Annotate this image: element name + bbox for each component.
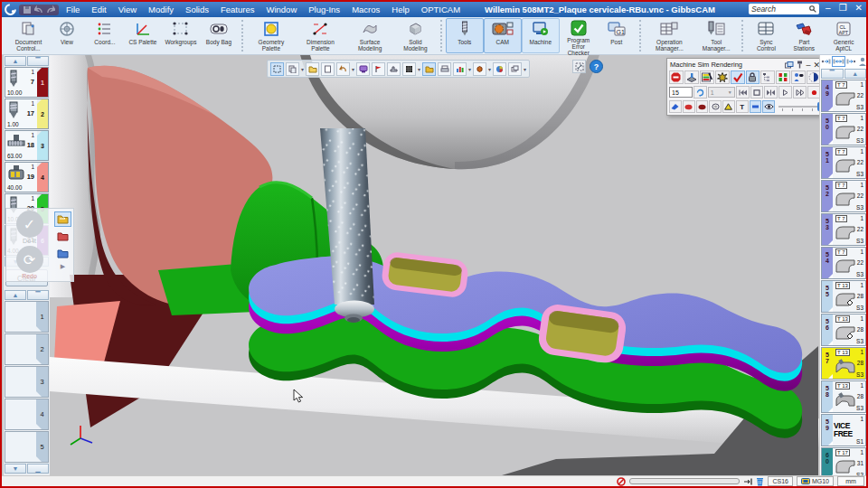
tool-manager-button[interactable]: Tool Manager...	[694, 18, 738, 53]
operation-number-tab[interactable]: 57	[822, 348, 833, 379]
menu-features[interactable]: Features	[221, 5, 255, 14]
to-end-icon[interactable]	[764, 86, 778, 99]
surface-modeling-button[interactable]: Surface Modeling	[345, 18, 394, 53]
operation-manager-button[interactable]: Operation Manager...	[645, 18, 694, 53]
operation-tile[interactable]: 55 T 13 1 28 S3	[821, 280, 866, 313]
close-button[interactable]: ✕	[855, 3, 863, 13]
triangle-icon[interactable]	[722, 100, 735, 113]
workgroup-tab[interactable]: 4	[37, 163, 48, 192]
save-icon[interactable]	[23, 5, 32, 14]
dropdown-caret[interactable]: ▾	[301, 66, 304, 72]
burr-icon[interactable]	[715, 70, 730, 84]
restore-button[interactable]: ❐	[839, 3, 847, 13]
operation-number-tab[interactable]: 56	[822, 314, 833, 345]
clamp-icon[interactable]	[387, 62, 401, 76]
print-icon[interactable]	[438, 62, 451, 76]
pin-marker-icon[interactable]	[743, 478, 752, 485]
open-icon[interactable]	[306, 62, 319, 76]
axis-toggle-icon[interactable]	[750, 100, 762, 113]
operation-number-tab[interactable]: 49	[822, 80, 833, 111]
pie-icon[interactable]	[493, 62, 506, 76]
menu-help[interactable]: Help	[392, 5, 410, 14]
operation-number-tab[interactable]: 50	[822, 114, 833, 145]
flag-icon[interactable]	[372, 62, 385, 76]
mg-indicator[interactable]: MG10	[797, 476, 834, 486]
menu-modify[interactable]: Modify	[148, 5, 174, 14]
workgroup-number-tab[interactable]: 2	[36, 334, 48, 364]
sync-control-button[interactable]: Sync Control	[747, 18, 785, 53]
dropdown-caret[interactable]: ▾	[488, 66, 491, 72]
part-stations-button[interactable]: Part Stations	[785, 18, 823, 53]
tool-part-icon[interactable]	[684, 70, 699, 84]
operation-tile[interactable]: 49 T 7 1 22 S3	[821, 80, 866, 112]
workgroup-tile[interactable]: 4	[5, 399, 49, 430]
post-button[interactable]: G1 Post	[598, 18, 636, 53]
operation-number-tab[interactable]: 51	[822, 147, 833, 178]
play-icon[interactable]	[778, 86, 792, 99]
operation-tile[interactable]: 51 T 7 1 22 S3	[821, 146, 866, 179]
menu-opticam[interactable]: OPTICAM	[421, 5, 460, 14]
undo-icon[interactable]	[34, 5, 43, 14]
sim-progress-slider[interactable]	[778, 101, 821, 112]
workgroup-tile[interactable]: 2	[5, 333, 49, 365]
fast-forward-icon[interactable]	[793, 86, 807, 99]
operation-tile[interactable]: 50 T 7 1 22 S3	[821, 113, 866, 145]
new-doc-icon[interactable]	[321, 62, 335, 76]
workgroup-number-tab[interactable]: 4	[36, 399, 48, 429]
redo-button[interactable]: ⟳	[16, 246, 43, 273]
sim-speed-input[interactable]: 15	[669, 87, 693, 98]
monitor-icon[interactable]	[356, 62, 370, 76]
menu-solids[interactable]: Solids	[185, 5, 209, 14]
solid-modeling-button[interactable]: Solid Modeling	[394, 18, 437, 53]
cam-button[interactable]: CAM	[484, 18, 522, 53]
dropdown-caret[interactable]: ▾	[468, 66, 471, 72]
undo-icon[interactable]	[336, 62, 350, 76]
menu-window[interactable]: Window	[266, 5, 297, 14]
minimize-button[interactable]: –	[826, 3, 831, 13]
operation-number-tab[interactable]: 54	[822, 248, 833, 278]
redo-icon[interactable]	[46, 5, 55, 14]
operation-number-tab[interactable]: 53	[822, 214, 833, 245]
menu-plugins[interactable]: Plug-Ins	[308, 5, 340, 14]
render-palette-icon[interactable]	[700, 70, 714, 84]
dimension-palette-button[interactable]: Dimension Palette	[296, 18, 345, 53]
operation-number-tab[interactable]: 59	[822, 415, 833, 446]
lock-icon[interactable]	[746, 70, 760, 84]
workgroup-tile[interactable]: 1	[5, 301, 49, 333]
workgroups-button[interactable]: Workgroups	[162, 18, 200, 53]
search-input[interactable]: Search	[749, 4, 819, 14]
machine-sim-viewport[interactable]: ▾ ▾ ▾ ▾ ▾ ▾ ?	[50, 55, 819, 475]
verify-check-icon[interactable]	[731, 70, 745, 84]
machine-button[interactable]: Machine	[522, 18, 560, 53]
menu-file[interactable]: File	[66, 5, 80, 14]
operation-tile[interactable]: 52 T 7 1 22 S3	[821, 180, 866, 212]
tool-tile[interactable]: 1 18 63.00 3	[5, 130, 49, 161]
folder-yellow-icon[interactable]	[54, 211, 71, 227]
workgroup-scroll-top[interactable]: ▔	[27, 290, 49, 300]
folder-icon[interactable]	[422, 62, 436, 76]
sync-next-icon[interactable]	[846, 57, 856, 66]
sync-prev-icon[interactable]	[821, 57, 831, 66]
trash-icon[interactable]	[756, 477, 764, 486]
workgroup-scroll-bottom[interactable]: ▁	[27, 464, 49, 474]
menu-view[interactable]: View	[118, 5, 137, 14]
text-tool-icon[interactable]: T	[736, 100, 749, 113]
select-icon[interactable]	[270, 62, 284, 76]
operation-number-tab[interactable]: 58	[822, 381, 833, 412]
operation-tile[interactable]: 53 T 7 1 22 S3	[821, 213, 866, 246]
workgroup-number-tab[interactable]: 3	[36, 367, 48, 397]
to-start-icon[interactable]	[736, 86, 750, 99]
tool-tile[interactable]: 1 17 1.00 2	[5, 99, 49, 129]
sync-pair-icon[interactable]	[833, 57, 844, 66]
tool-list-scroll-top[interactable]: ▔	[27, 56, 49, 66]
operation-tile[interactable]: 59 1 VICE FREE S1	[821, 414, 866, 446]
pin-icon[interactable]	[797, 61, 803, 69]
copy-icon[interactable]	[286, 62, 299, 76]
chip-maroon-icon[interactable]	[696, 100, 709, 113]
workgroup-number-tab[interactable]: 5	[36, 432, 48, 462]
menu-edit[interactable]: Edit	[91, 5, 106, 14]
help-icon[interactable]: ?	[590, 60, 603, 73]
folder-blue-icon[interactable]	[54, 246, 71, 261]
document-control-button[interactable]: Document Control...	[9, 18, 48, 53]
workgroup-tab[interactable]: 1	[37, 68, 48, 97]
